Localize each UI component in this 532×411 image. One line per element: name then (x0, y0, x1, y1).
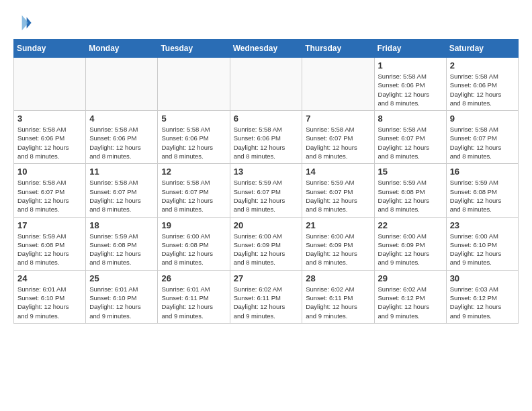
day-number: 4 (89, 113, 154, 124)
day-cell: 9Sunrise: 5:58 AM Sunset: 6:07 PM Daylig… (446, 111, 518, 164)
week-row-5: 24Sunrise: 6:01 AM Sunset: 6:10 PM Dayli… (14, 270, 519, 323)
day-info: Sunrise: 5:58 AM Sunset: 6:06 PM Dayligh… (450, 72, 515, 107)
day-cell: 30Sunrise: 6:03 AM Sunset: 6:12 PM Dayli… (446, 270, 518, 323)
day-info: Sunrise: 5:59 AM Sunset: 6:07 PM Dayligh… (306, 178, 370, 214)
day-cell: 12Sunrise: 5:58 AM Sunset: 6:07 PM Dayli… (158, 164, 230, 217)
day-cell: 4Sunrise: 5:58 AM Sunset: 6:06 PM Daylig… (86, 111, 158, 164)
weekday-friday: Friday (374, 40, 446, 58)
day-info: Sunrise: 5:58 AM Sunset: 6:07 PM Dayligh… (161, 178, 226, 214)
day-cell: 11Sunrise: 5:58 AM Sunset: 6:07 PM Dayli… (86, 164, 158, 217)
day-cell: 22Sunrise: 6:00 AM Sunset: 6:09 PM Dayli… (374, 217, 446, 270)
day-cell: 16Sunrise: 5:59 AM Sunset: 6:08 PM Dayli… (446, 164, 518, 217)
day-info: Sunrise: 6:02 AM Sunset: 6:11 PM Dayligh… (306, 285, 370, 320)
day-number: 14 (306, 167, 370, 177)
weekday-tuesday: Tuesday (158, 40, 230, 58)
page-header (13, 13, 519, 32)
day-cell: 23Sunrise: 6:00 AM Sunset: 6:10 PM Dayli… (446, 217, 518, 270)
day-cell: 6Sunrise: 5:58 AM Sunset: 6:06 PM Daylig… (230, 111, 302, 164)
day-cell: 1Sunrise: 5:58 AM Sunset: 6:06 PM Daylig… (374, 58, 446, 111)
day-info: Sunrise: 6:00 AM Sunset: 6:09 PM Dayligh… (378, 232, 443, 267)
day-number: 11 (89, 167, 154, 177)
day-cell: 18Sunrise: 5:59 AM Sunset: 6:08 PM Dayli… (86, 217, 158, 270)
weekday-row: SundayMondayTuesdayWednesdayThursdayFrid… (14, 40, 519, 58)
day-number: 17 (17, 220, 82, 230)
day-info: Sunrise: 5:58 AM Sunset: 6:06 PM Dayligh… (234, 125, 299, 161)
day-number: 26 (161, 273, 226, 283)
day-cell: 5Sunrise: 5:58 AM Sunset: 6:06 PM Daylig… (158, 111, 230, 164)
day-number: 9 (450, 113, 515, 124)
week-row-3: 10Sunrise: 5:58 AM Sunset: 6:07 PM Dayli… (14, 164, 519, 217)
day-number: 23 (450, 220, 515, 230)
day-info: Sunrise: 5:58 AM Sunset: 6:07 PM Dayligh… (378, 125, 443, 161)
week-row-1: 1Sunrise: 5:58 AM Sunset: 6:06 PM Daylig… (14, 58, 519, 111)
day-number: 8 (378, 113, 443, 124)
day-cell: 13Sunrise: 5:59 AM Sunset: 6:07 PM Dayli… (230, 164, 302, 217)
week-row-4: 17Sunrise: 5:59 AM Sunset: 6:08 PM Dayli… (14, 217, 519, 270)
day-info: Sunrise: 6:00 AM Sunset: 6:08 PM Dayligh… (161, 232, 226, 267)
day-cell: 19Sunrise: 6:00 AM Sunset: 6:08 PM Dayli… (158, 217, 230, 270)
day-cell (230, 58, 302, 111)
day-number: 19 (161, 220, 226, 230)
day-cell (158, 58, 230, 111)
day-cell: 25Sunrise: 6:01 AM Sunset: 6:10 PM Dayli… (86, 270, 158, 323)
day-info: Sunrise: 5:58 AM Sunset: 6:06 PM Dayligh… (17, 125, 82, 161)
logo (13, 13, 35, 32)
day-info: Sunrise: 5:59 AM Sunset: 6:08 PM Dayligh… (17, 232, 82, 267)
day-cell: 15Sunrise: 5:59 AM Sunset: 6:08 PM Dayli… (374, 164, 446, 217)
day-info: Sunrise: 5:58 AM Sunset: 6:07 PM Dayligh… (450, 125, 515, 161)
day-number: 2 (450, 60, 515, 71)
day-number: 7 (306, 113, 370, 124)
day-cell: 14Sunrise: 5:59 AM Sunset: 6:07 PM Dayli… (302, 164, 374, 217)
day-cell: 10Sunrise: 5:58 AM Sunset: 6:07 PM Dayli… (14, 164, 86, 217)
svg-marker-1 (22, 15, 29, 30)
day-info: Sunrise: 5:58 AM Sunset: 6:07 PM Dayligh… (306, 125, 370, 161)
day-info: Sunrise: 5:58 AM Sunset: 6:06 PM Dayligh… (378, 72, 443, 107)
day-info: Sunrise: 5:59 AM Sunset: 6:08 PM Dayligh… (378, 178, 443, 214)
day-number: 16 (450, 167, 515, 177)
day-number: 15 (378, 167, 443, 177)
day-info: Sunrise: 5:58 AM Sunset: 6:06 PM Dayligh… (89, 125, 154, 161)
day-cell (14, 58, 86, 111)
day-cell: 7Sunrise: 5:58 AM Sunset: 6:07 PM Daylig… (302, 111, 374, 164)
day-number: 25 (89, 273, 154, 283)
day-cell: 21Sunrise: 6:00 AM Sunset: 6:09 PM Dayli… (302, 217, 374, 270)
day-number: 3 (17, 113, 82, 124)
day-cell: 20Sunrise: 6:00 AM Sunset: 6:09 PM Dayli… (230, 217, 302, 270)
day-info: Sunrise: 5:58 AM Sunset: 6:07 PM Dayligh… (17, 178, 82, 214)
logo-icon (13, 13, 32, 32)
day-cell: 17Sunrise: 5:59 AM Sunset: 6:08 PM Dayli… (14, 217, 86, 270)
day-cell: 8Sunrise: 5:58 AM Sunset: 6:07 PM Daylig… (374, 111, 446, 164)
day-info: Sunrise: 5:58 AM Sunset: 6:07 PM Dayligh… (89, 178, 154, 214)
day-number: 24 (17, 273, 82, 283)
weekday-sunday: Sunday (14, 40, 86, 58)
day-cell (86, 58, 158, 111)
calendar-header: SundayMondayTuesdayWednesdayThursdayFrid… (14, 40, 519, 58)
day-number: 12 (161, 167, 226, 177)
day-number: 21 (306, 220, 370, 230)
day-cell: 28Sunrise: 6:02 AM Sunset: 6:11 PM Dayli… (302, 270, 374, 323)
day-number: 27 (234, 273, 299, 283)
calendar-body: 1Sunrise: 5:58 AM Sunset: 6:06 PM Daylig… (14, 58, 519, 324)
weekday-wednesday: Wednesday (230, 40, 302, 58)
day-info: Sunrise: 6:00 AM Sunset: 6:10 PM Dayligh… (450, 232, 515, 267)
calendar: SundayMondayTuesdayWednesdayThursdayFrid… (13, 39, 519, 324)
day-cell: 27Sunrise: 6:02 AM Sunset: 6:11 PM Dayli… (230, 270, 302, 323)
day-cell: 29Sunrise: 6:02 AM Sunset: 6:12 PM Dayli… (374, 270, 446, 323)
day-number: 18 (89, 220, 154, 230)
day-number: 13 (234, 167, 299, 177)
day-info: Sunrise: 6:01 AM Sunset: 6:10 PM Dayligh… (17, 285, 82, 320)
weekday-saturday: Saturday (446, 40, 518, 58)
day-info: Sunrise: 6:00 AM Sunset: 6:09 PM Dayligh… (234, 232, 299, 267)
weekday-thursday: Thursday (302, 40, 374, 58)
week-row-2: 3Sunrise: 5:58 AM Sunset: 6:06 PM Daylig… (14, 111, 519, 164)
day-info: Sunrise: 6:03 AM Sunset: 6:12 PM Dayligh… (450, 285, 515, 320)
day-cell: 24Sunrise: 6:01 AM Sunset: 6:10 PM Dayli… (14, 270, 86, 323)
day-info: Sunrise: 6:01 AM Sunset: 6:11 PM Dayligh… (161, 285, 226, 320)
day-info: Sunrise: 5:59 AM Sunset: 6:07 PM Dayligh… (234, 178, 299, 214)
day-number: 30 (450, 273, 515, 283)
weekday-monday: Monday (86, 40, 158, 58)
day-cell (302, 58, 374, 111)
day-info: Sunrise: 5:58 AM Sunset: 6:06 PM Dayligh… (161, 125, 226, 161)
day-number: 1 (378, 60, 443, 71)
day-info: Sunrise: 6:01 AM Sunset: 6:10 PM Dayligh… (89, 285, 154, 320)
